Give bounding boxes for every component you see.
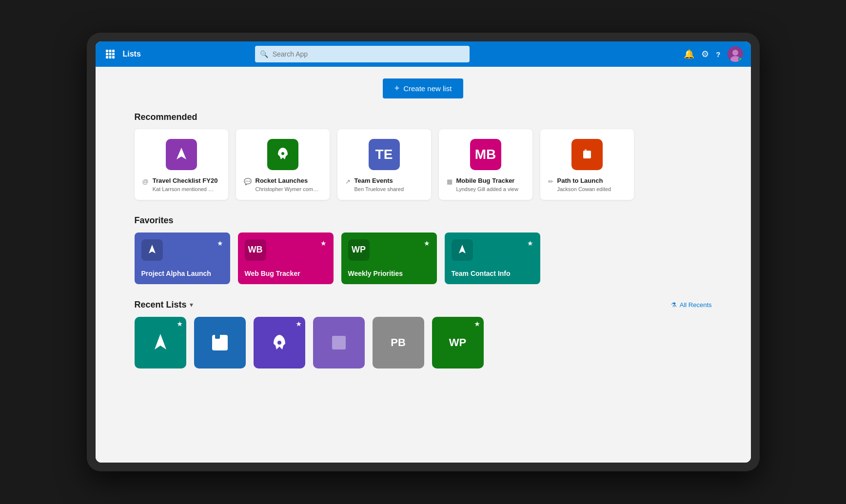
fav-name-weekly: Weekly Priorities (348, 270, 430, 277)
recent-lists-section: Recent Lists ▾ ⚗ All Recents ★ (135, 300, 712, 368)
recent-star-6: ★ (474, 321, 480, 328)
rec-card-teamevents[interactable]: TE ↗ Team Events Ben Truelove shared (337, 129, 431, 200)
fav-card-top-teamcontact: ★ (452, 239, 533, 261)
avatar[interactable] (728, 46, 743, 62)
fav-star-alpha: ★ (217, 239, 223, 247)
recent-item-1[interactable]: ★ (135, 317, 186, 368)
recent-chevron-icon[interactable]: ▾ (190, 301, 193, 309)
rec-card-texts-teamevents: Team Events Ben Truelove shared (354, 177, 404, 192)
recent-item-5[interactable]: PB (373, 317, 424, 368)
rec-card-icon-rocket (267, 139, 298, 170)
rec-card-sub-bugtracker: Lyndsey Gill added a view (456, 186, 518, 192)
bell-icon[interactable]: 🔔 (684, 49, 694, 59)
svg-point-21 (277, 341, 281, 345)
rec-card-sub-teamevents: Ben Truelove shared (354, 186, 404, 192)
fav-star-webbug: ★ (320, 239, 327, 247)
rec-info-icon-bugtracker: ▦ (447, 178, 453, 185)
rec-card-texts-bugtracker: Mobile Bug Tracker Lyndsey Gill added a … (456, 177, 518, 192)
svg-rect-4 (109, 53, 111, 56)
svg-marker-12 (177, 148, 186, 159)
rec-card-name-bugtracker: Mobile Bug Tracker (456, 177, 518, 185)
recommended-grid: @ Travel Checklist FY20 Kat Larrson ment… (135, 129, 712, 200)
svg-rect-5 (112, 53, 115, 56)
fav-icon-weekly: WP (348, 239, 370, 261)
recommended-section: Recommended @ Travel Checklist FY20 (135, 112, 712, 200)
fav-card-teamcontact[interactable]: ★ Team Contact Info (445, 233, 540, 284)
all-recents-label: All Recents (680, 301, 712, 309)
rec-card-travel[interactable]: @ Travel Checklist FY20 Kat Larrson ment… (135, 129, 228, 200)
svg-rect-7 (109, 56, 111, 58)
recent-item-2[interactable] (194, 317, 246, 368)
svg-rect-14 (583, 151, 591, 158)
svg-rect-8 (112, 56, 115, 58)
recent-grid: ★ ★ (135, 317, 712, 368)
rec-card-sub-pathlaunch: Jackson Cowan edited (557, 186, 611, 192)
fav-card-alpha[interactable]: ★ Project Alpha Launch (135, 233, 230, 284)
fav-name-alpha: Project Alpha Launch (141, 270, 223, 277)
svg-rect-15 (585, 149, 587, 151)
fav-card-top-weekly: WP ★ (348, 239, 430, 261)
svg-rect-0 (106, 50, 108, 52)
fav-star-weekly: ★ (424, 239, 430, 247)
svg-rect-2 (112, 50, 115, 52)
rec-card-sub-rocket: Christopher Wymer comm... (256, 186, 319, 192)
rec-card-name-pathlaunch: Path to Launch (557, 177, 611, 185)
create-new-list-button[interactable]: + Create new list (383, 78, 464, 98)
svg-marker-17 (459, 245, 466, 253)
recent-item-3[interactable]: ★ (254, 317, 305, 368)
fav-card-webbug[interactable]: WB ★ Web Bug Tracker (238, 233, 334, 284)
settings-icon[interactable]: ⚙ (701, 49, 709, 59)
svg-point-13 (281, 152, 284, 155)
rec-card-icon-pathlaunch (571, 139, 603, 170)
fav-star-teamcontact: ★ (527, 239, 533, 247)
fav-icon-teamcontact (452, 239, 473, 261)
rec-card-info-teamevents: ↗ Team Events Ben Truelove shared (345, 177, 423, 192)
favorites-title: Favorites (135, 215, 712, 226)
search-input[interactable] (255, 46, 470, 62)
rec-card-texts-travel: Travel Checklist FY20 Kat Larrson mentio… (153, 177, 218, 192)
search-container: 🔍 (255, 46, 470, 62)
svg-rect-3 (106, 53, 108, 56)
create-btn-label: Create new list (403, 84, 452, 93)
recommended-title: Recommended (135, 112, 712, 122)
rec-info-icon-pathlaunch: ✏ (548, 178, 553, 185)
rec-card-name-travel: Travel Checklist FY20 (153, 177, 218, 185)
fav-card-top-webbug: WB ★ (245, 239, 327, 261)
rec-card-rocket[interactable]: 💬 Rocket Launches Christopher Wymer comm… (236, 129, 330, 200)
rec-card-name-rocket: Rocket Launches (256, 177, 319, 185)
fav-name-teamcontact: Team Contact Info (452, 270, 533, 277)
help-icon[interactable]: ? (716, 50, 720, 58)
rec-card-bugtracker[interactable]: MB ▦ Mobile Bug Tracker Lyndsey Gill add… (439, 129, 532, 200)
recent-item-6[interactable]: WP ★ (432, 317, 484, 368)
svg-marker-18 (155, 334, 166, 349)
online-indicator (738, 57, 743, 61)
waffle-icon[interactable] (103, 47, 117, 61)
recent-lists-header: Recent Lists ▾ ⚗ All Recents (135, 300, 712, 310)
recent-lists-title: Recent Lists (135, 300, 187, 310)
recent-item-4[interactable] (313, 317, 365, 368)
svg-rect-1 (109, 50, 111, 52)
favorites-section: Favorites ★ Project Alpha Launch (135, 215, 712, 284)
svg-rect-6 (106, 56, 108, 58)
tablet-screen: Lists 🔍 🔔 ⚙ ? (96, 41, 751, 463)
all-recents-button[interactable]: ⚗ All Recents (671, 301, 712, 309)
rec-card-texts-rocket: Rocket Launches Christopher Wymer comm..… (256, 177, 319, 192)
rec-info-icon-teamevents: ↗ (345, 178, 351, 185)
tablet-frame: Lists 🔍 🔔 ⚙ ? (87, 33, 760, 471)
rec-card-info-rocket: 💬 Rocket Launches Christopher Wymer comm… (244, 177, 322, 192)
rec-card-pathlaunch[interactable]: ✏ Path to Launch Jackson Cowan edited (540, 129, 634, 200)
fav-card-weekly[interactable]: WP ★ Weekly Priorities (341, 233, 437, 284)
rec-card-info-travel: @ Travel Checklist FY20 Kat Larrson ment… (142, 177, 220, 192)
svg-rect-20 (215, 334, 220, 339)
rec-card-texts-pathlaunch: Path to Launch Jackson Cowan edited (557, 177, 611, 192)
rec-card-info-pathlaunch: ✏ Path to Launch Jackson Cowan edited (548, 177, 626, 192)
rec-card-name-teamevents: Team Events (354, 177, 404, 185)
fav-icon-alpha (141, 239, 163, 261)
recent-star-1: ★ (177, 321, 182, 328)
svg-rect-22 (332, 336, 346, 349)
rec-card-sub-travel: Kat Larrson mentioned you (153, 186, 216, 192)
favorites-grid: ★ Project Alpha Launch WB ★ Web Bug Trac… (135, 233, 712, 284)
fav-card-top-alpha: ★ (141, 239, 223, 261)
rec-card-info-bugtracker: ▦ Mobile Bug Tracker Lyndsey Gill added … (447, 177, 525, 192)
fav-icon-webbug: WB (245, 239, 266, 261)
